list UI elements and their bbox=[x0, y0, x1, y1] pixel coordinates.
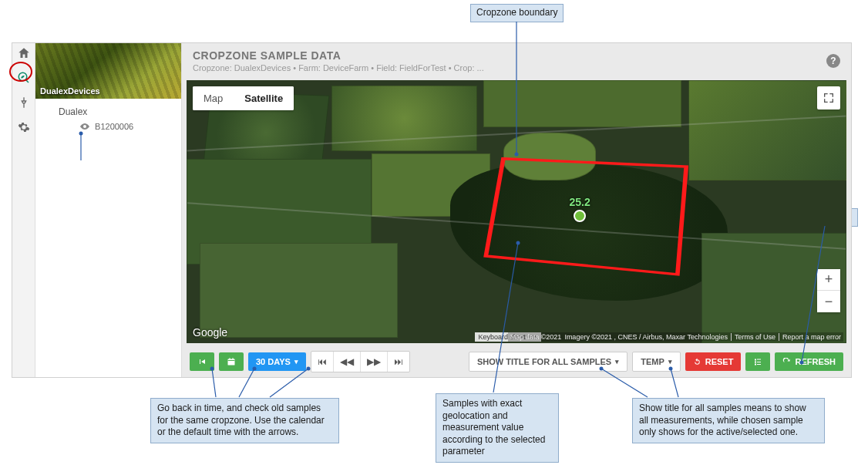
help-icon[interactable]: ? bbox=[826, 54, 840, 68]
filter-button[interactable] bbox=[745, 352, 770, 371]
search-leaf-icon[interactable] bbox=[17, 71, 31, 85]
terms-link[interactable]: Terms of Use bbox=[731, 333, 775, 341]
nav-prev-button[interactable]: ◀◀ bbox=[333, 352, 360, 372]
sample-marker[interactable]: 25.2 bbox=[569, 196, 590, 222]
show-title-dropdown[interactable]: SHOW TITLE FOR ALL SAMPLES bbox=[469, 352, 627, 372]
nav-first-button[interactable]: ⏮ bbox=[311, 352, 333, 372]
reset-label: RESET bbox=[705, 357, 734, 366]
credit-mapdata: Map data ©2021 bbox=[510, 333, 562, 341]
zoom-in-button[interactable]: + bbox=[817, 269, 840, 291]
device-tree: Dualex B1200006 bbox=[35, 99, 181, 139]
device-item[interactable]: B1200006 bbox=[40, 122, 177, 131]
svg-rect-4 bbox=[233, 358, 234, 360]
google-logo: Google bbox=[193, 326, 227, 339]
annotation-cropzone-boundary: Cropzone boundary bbox=[470, 4, 564, 22]
page-header: CROPZONE SAMPLE DATA Cropzone: DualexDev… bbox=[182, 43, 851, 79]
refresh-button[interactable]: REFRESH bbox=[775, 352, 843, 371]
first-sample-button[interactable] bbox=[190, 352, 214, 371]
sidebar: DualexDevices Dualex B1200006 bbox=[35, 43, 182, 377]
date-range-dropdown[interactable]: 30 DAYS bbox=[248, 352, 306, 371]
refresh-label: REFRESH bbox=[795, 357, 836, 366]
settings-icon[interactable] bbox=[17, 120, 31, 134]
sample-value-label: 25.2 bbox=[569, 196, 590, 208]
time-nav-group: ⏮ ◀◀ ▶▶ ⏭ bbox=[311, 351, 410, 372]
pin-icon[interactable] bbox=[17, 96, 31, 110]
device-id-label: B1200006 bbox=[95, 122, 133, 131]
map-type-map[interactable]: Map bbox=[193, 86, 234, 110]
fullscreen-button[interactable] bbox=[817, 86, 840, 110]
visibility-icon[interactable] bbox=[80, 122, 89, 131]
map[interactable]: Map Satellite 25.2 + − Google Keyboard s… bbox=[187, 80, 846, 343]
home-icon[interactable] bbox=[17, 46, 31, 60]
reset-button[interactable]: RESET bbox=[685, 352, 742, 371]
breadcrumb: Cropzone: DualexDevices • Farm: DeviceFa… bbox=[193, 63, 484, 72]
report-error-link[interactable]: Report a map error bbox=[779, 333, 841, 341]
svg-rect-3 bbox=[230, 358, 230, 360]
page-title: CROPZONE SAMPLE DATA bbox=[193, 49, 484, 62]
nav-last-button[interactable]: ⏭ bbox=[387, 352, 409, 372]
main-panel: CROPZONE SAMPLE DATA Cropzone: DualexDev… bbox=[182, 43, 851, 377]
calendar-button[interactable] bbox=[219, 352, 244, 371]
toolbar: 30 DAYS ⏮ ◀◀ ▶▶ ⏭ SHOW TITLE FOR ALL SAM… bbox=[182, 346, 851, 377]
map-type-satellite[interactable]: Satellite bbox=[234, 86, 294, 110]
zoom-out-button[interactable]: − bbox=[817, 291, 840, 312]
credit-imagery: Imagery ©2021 , CNES / Airbus, Maxar Tec… bbox=[564, 333, 728, 341]
parameter-dropdown[interactable]: TEMP bbox=[632, 352, 681, 372]
annotation-sample: Samples with exact geolocation and measu… bbox=[436, 393, 559, 463]
device-group[interactable]: Dualex bbox=[40, 106, 177, 117]
svg-rect-2 bbox=[228, 359, 235, 366]
cropzone-banner-title: DualexDevices bbox=[40, 86, 100, 96]
map-credits: Map data ©2021 Imagery ©2021 , CNES / Ai… bbox=[508, 332, 843, 342]
map-type-control: Map Satellite bbox=[193, 86, 294, 110]
sample-dot-icon bbox=[574, 210, 586, 222]
nav-rail bbox=[12, 43, 35, 377]
zoom-control: + − bbox=[817, 269, 840, 312]
nav-next-button[interactable]: ▶▶ bbox=[360, 352, 387, 372]
cropzone-banner[interactable]: DualexDevices bbox=[35, 43, 181, 99]
app-frame: DualexDevices Dualex B1200006 CROPZONE S… bbox=[12, 42, 852, 378]
annotation-time-nav: Go back in time, and check old samples f… bbox=[150, 398, 339, 443]
annotation-show-title: Show title for all samples means to show… bbox=[632, 398, 825, 443]
